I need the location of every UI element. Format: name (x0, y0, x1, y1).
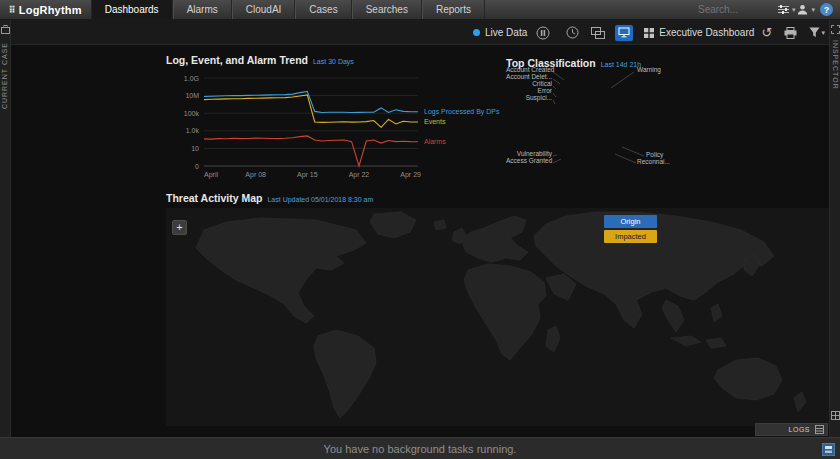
current-case-label: CURRENT CASE (1, 42, 8, 109)
island-indonesia-1 (671, 336, 701, 346)
trend-chart-body: 1.0G10M100k1.0k100AprilApr 08Apr 15Apr 2… (166, 70, 518, 186)
svg-text:10M: 10M (185, 92, 199, 99)
tab-reports[interactable]: Reports (422, 0, 485, 19)
topbar-spacer (485, 0, 698, 19)
toolbar-right-group: ↺ ▾ (762, 20, 825, 45)
tab-cases[interactable]: Cases (295, 0, 351, 19)
svg-text:0: 0 (195, 163, 199, 170)
trend-chart-panel: Log, Event, and Alarm TrendLast 30 Days … (166, 50, 518, 184)
svg-text:Apr 08: Apr 08 (245, 171, 266, 179)
user-icon[interactable] (797, 4, 808, 15)
clock-icon[interactable] (566, 26, 579, 39)
top-menu-bar: ⠿ LogRhythm Dashboards Alarms CloudAI Ca… (0, 0, 840, 20)
svg-text:100k: 100k (184, 110, 200, 117)
inspector-sidebar[interactable]: INSPECTOR (829, 20, 840, 437)
logs-tray[interactable]: LOGS (755, 423, 828, 436)
live-data-label: Live Data (485, 27, 527, 38)
region-southeast-asia (662, 300, 684, 332)
current-case-sidebar[interactable]: CURRENT CASE (0, 20, 11, 437)
donut-label-account-created: Account Created (506, 66, 552, 73)
tab-dashboards[interactable]: Dashboards (91, 0, 173, 19)
pause-icon[interactable] (536, 26, 550, 40)
app-logo-text: LogRhythm (19, 4, 82, 16)
help-icon[interactable]: ? (820, 3, 833, 16)
trend-line-chart: 1.0G10M100k1.0k100AprilApr 08Apr 15Apr 2… (166, 70, 518, 182)
legend-origin-button[interactable]: Origin (604, 215, 657, 228)
tab-label: Dashboards (105, 4, 159, 15)
classification-panel: Top ClassificationLast 14d 21h Account C… (506, 53, 828, 185)
trend-series-label-events: Events (424, 118, 445, 125)
tab-alarms[interactable]: Alarms (173, 0, 232, 19)
search-settings-icon[interactable] (778, 5, 789, 14)
legend-impacted-button[interactable]: Impacted (604, 230, 657, 243)
continent-australia (714, 358, 782, 400)
trend-series-label-logs: Logs Processed By DPs (424, 108, 499, 115)
map-panel-title: Threat Activity Map (166, 192, 262, 204)
donut-label-suspicious: Suspici... (506, 94, 552, 101)
search-caret-icon: ▾ (792, 6, 796, 14)
svg-text:1.0G: 1.0G (184, 75, 199, 82)
dashboard-selector[interactable]: Executive Dashboard (659, 27, 754, 38)
tab-label: Alarms (187, 4, 218, 15)
donut-label-reconnaissance: Reconnai... (637, 158, 670, 165)
map-panel-subtitle: Last Updated 05/01/2018 8:30 am (267, 196, 373, 203)
tab-label: Reports (436, 4, 471, 15)
island-new-zealand (794, 392, 806, 412)
map-legend: Origin Impacted (604, 215, 657, 243)
svg-text:Apr 22: Apr 22 (349, 171, 370, 179)
inspector-label: INSPECTOR (832, 40, 839, 90)
briefcase-icon[interactable] (1, 23, 10, 35)
svg-text:1.0k: 1.0k (186, 127, 200, 134)
world-map-graphic (166, 208, 829, 426)
world-map-canvas[interactable]: + Origin Impacted (166, 208, 829, 426)
island-iceland (434, 220, 446, 230)
donut-label-critical: Critical (506, 80, 552, 87)
tab-cloudai[interactable]: CloudAI (232, 0, 296, 19)
continent-south-america (314, 330, 376, 418)
map-panel-header: Threat Activity MapLast Updated 05/01/20… (166, 188, 829, 206)
continent-africa (464, 264, 546, 360)
logs-grid-icon (815, 425, 824, 434)
island-madagascar (546, 326, 560, 352)
island-indonesia-2 (706, 338, 726, 348)
panel-grid-icon[interactable] (831, 409, 840, 421)
svg-text:10: 10 (191, 145, 199, 152)
expand-icon[interactable] (831, 23, 840, 35)
undo-icon[interactable]: ↺ (762, 26, 773, 39)
app-logo: ⠿ LogRhythm (0, 0, 91, 19)
status-bar: You have no background tasks running. (0, 437, 840, 459)
monitor-view-icon[interactable] (615, 25, 633, 41)
trend-panel-title: Log, Event, and Alarm Trend (166, 54, 308, 66)
map-zoom-in-button[interactable]: + (172, 220, 187, 235)
toolbar-center-group: Live Data Executive Dashboard (473, 20, 754, 45)
tab-label: Searches (366, 4, 408, 15)
donut-label-account-deleted: Account Delet... (506, 73, 552, 80)
dashboard-content: Log, Event, and Alarm TrendLast 30 Days … (11, 45, 829, 437)
window-panel-icon[interactable] (822, 442, 835, 459)
region-arabia (546, 274, 576, 300)
trend-panel-header: Log, Event, and Alarm TrendLast 30 Days (166, 50, 518, 68)
donut-label-policy: Policy (646, 151, 663, 158)
layouts-icon[interactable] (591, 27, 605, 39)
background-tasks-message: You have no background tasks running. (324, 443, 517, 455)
user-caret-icon: ▾ (811, 6, 815, 14)
global-search: ▾ ▾ ? (698, 0, 840, 19)
grid-icon (644, 28, 654, 38)
tab-label: CloudAI (246, 4, 282, 15)
live-data-indicator-icon[interactable] (473, 29, 480, 36)
svg-text:Apr 15: Apr 15 (297, 171, 318, 179)
search-input[interactable] (698, 4, 776, 15)
trend-series-label-alarms: Alarms (424, 138, 446, 145)
logrhythm-logo-icon: ⠿ (9, 5, 16, 15)
donut-label-warning: Warning (637, 66, 661, 73)
island-philippines (711, 304, 722, 322)
logs-tray-label: LOGS (789, 426, 810, 433)
continent-europe (461, 216, 528, 262)
svg-text:Apr 29: Apr 29 (400, 171, 421, 179)
donut-label-vulnerability: Vulnerability (506, 150, 552, 157)
donut-label-error: Error (506, 87, 552, 94)
tab-searches[interactable]: Searches (352, 0, 422, 19)
filter-icon[interactable]: ▾ (809, 27, 825, 38)
print-icon[interactable] (784, 27, 797, 39)
continent-north-america (196, 218, 366, 323)
